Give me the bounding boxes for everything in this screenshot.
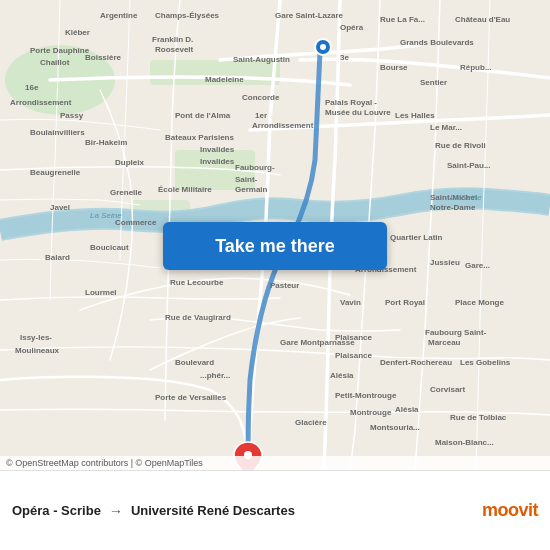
route-info: Opéra - Scribe → Université René Descart… bbox=[12, 503, 482, 519]
svg-text:Montsouria...: Montsouria... bbox=[370, 423, 420, 432]
svg-text:Saint-: Saint- bbox=[235, 175, 258, 184]
svg-text:Rue La Fa...: Rue La Fa... bbox=[380, 15, 425, 24]
svg-text:Arrondissement: Arrondissement bbox=[252, 121, 314, 130]
svg-text:Glacière: Glacière bbox=[295, 418, 327, 427]
svg-text:Jussieu: Jussieu bbox=[430, 258, 460, 267]
svg-text:Concorde: Concorde bbox=[242, 93, 280, 102]
svg-text:Franklin D.: Franklin D. bbox=[152, 35, 193, 44]
arrow-icon: → bbox=[109, 503, 123, 519]
svg-text:Bateaux Parisiens: Bateaux Parisiens bbox=[165, 133, 234, 142]
svg-text:Le Mar...: Le Mar... bbox=[430, 123, 462, 132]
svg-text:Chaillot: Chaillot bbox=[40, 58, 70, 67]
svg-text:Château d'Eau: Château d'Eau bbox=[455, 15, 510, 24]
svg-text:Pont de l'Alma: Pont de l'Alma bbox=[175, 111, 231, 120]
svg-text:Sentier: Sentier bbox=[420, 78, 447, 87]
svg-text:Gare Montparnasse: Gare Montparnasse bbox=[280, 338, 355, 347]
svg-text:Dupleix: Dupleix bbox=[115, 158, 144, 167]
svg-text:Beaugrenelle: Beaugrenelle bbox=[30, 168, 81, 177]
svg-text:Porte de Versailles: Porte de Versailles bbox=[155, 393, 227, 402]
svg-text:...phér...: ...phér... bbox=[200, 371, 230, 380]
svg-text:Denfert-Rochereau: Denfert-Rochereau bbox=[380, 358, 452, 367]
svg-text:Bourse: Bourse bbox=[380, 63, 408, 72]
svg-text:Madeleine: Madeleine bbox=[205, 75, 244, 84]
svg-text:Boissière: Boissière bbox=[85, 53, 122, 62]
svg-text:Rue de Rivoli: Rue de Rivoli bbox=[435, 141, 486, 150]
svg-text:Les Halles: Les Halles bbox=[395, 111, 435, 120]
route-from-label: Opéra - Scribe bbox=[12, 503, 101, 518]
svg-text:Alésia: Alésia bbox=[330, 371, 354, 380]
svg-text:Faubourg Saint-: Faubourg Saint- bbox=[425, 328, 487, 337]
bottom-bar: Opéra - Scribe → Université René Descart… bbox=[0, 470, 550, 550]
svg-text:16e: 16e bbox=[25, 83, 39, 92]
svg-text:Javel: Javel bbox=[50, 203, 70, 212]
svg-text:Marceau: Marceau bbox=[428, 338, 461, 347]
svg-text:La Seine: La Seine bbox=[450, 193, 482, 202]
svg-text:Port Royal: Port Royal bbox=[385, 298, 425, 307]
svg-text:Maison-Blanc...: Maison-Blanc... bbox=[435, 438, 494, 447]
svg-text:Germain: Germain bbox=[235, 185, 268, 194]
svg-text:Boucicaut: Boucicaut bbox=[90, 243, 129, 252]
svg-text:Roosevelt: Roosevelt bbox=[155, 45, 194, 54]
svg-text:1er: 1er bbox=[255, 111, 267, 120]
moovit-brand-text: moovit bbox=[482, 500, 538, 521]
svg-text:3e: 3e bbox=[340, 53, 349, 62]
svg-text:Moulineaux: Moulineaux bbox=[15, 346, 60, 355]
map-attribution: © OpenStreetMap contributors | © OpenMap… bbox=[0, 456, 550, 470]
svg-text:Grands Boulevards: Grands Boulevards bbox=[400, 38, 474, 47]
svg-text:Alésia: Alésia bbox=[395, 405, 419, 414]
svg-text:Argentine: Argentine bbox=[100, 11, 138, 20]
svg-text:Gare...: Gare... bbox=[465, 261, 490, 270]
svg-text:Place Monge: Place Monge bbox=[455, 298, 504, 307]
svg-text:Opéra: Opéra bbox=[340, 23, 364, 32]
svg-text:Quartier Latin: Quartier Latin bbox=[390, 233, 443, 242]
svg-text:Invalides: Invalides bbox=[200, 157, 235, 166]
svg-text:Champs-Élysées: Champs-Élysées bbox=[155, 11, 220, 20]
svg-text:Notre-Dame: Notre-Dame bbox=[430, 203, 476, 212]
svg-text:La Seine: La Seine bbox=[90, 211, 122, 220]
svg-text:Issy-les-: Issy-les- bbox=[20, 333, 52, 342]
svg-text:Rue de Tolbiac: Rue de Tolbiac bbox=[450, 413, 507, 422]
svg-text:Faubourg-: Faubourg- bbox=[235, 163, 275, 172]
svg-text:Les Gobelins: Les Gobelins bbox=[460, 358, 511, 367]
svg-text:Saint-Pau...: Saint-Pau... bbox=[447, 161, 491, 170]
svg-text:Lourmel: Lourmel bbox=[85, 288, 117, 297]
svg-text:Rue Lecourbe: Rue Lecourbe bbox=[170, 278, 224, 287]
svg-text:Bir-Hakeim: Bir-Hakeim bbox=[85, 138, 127, 147]
route-to-label: Université René Descartes bbox=[131, 503, 295, 518]
svg-text:Palais Royal -: Palais Royal - bbox=[325, 98, 377, 107]
svg-text:Boulainvilliers: Boulainvilliers bbox=[30, 128, 85, 137]
svg-text:Pasteur: Pasteur bbox=[270, 281, 299, 290]
svg-text:Petit-Montrouge: Petit-Montrouge bbox=[335, 391, 397, 400]
svg-text:Gare Saint-Lazare: Gare Saint-Lazare bbox=[275, 11, 344, 20]
svg-text:Kléber: Kléber bbox=[65, 28, 90, 37]
svg-text:Porte Dauphine: Porte Dauphine bbox=[30, 46, 90, 55]
svg-text:Balard: Balard bbox=[45, 253, 70, 262]
svg-text:Boulevard: Boulevard bbox=[175, 358, 214, 367]
svg-text:Plaisance: Plaisance bbox=[335, 351, 372, 360]
svg-text:Invalides: Invalides bbox=[200, 145, 235, 154]
svg-text:Saint-Augustin: Saint-Augustin bbox=[233, 55, 290, 64]
svg-text:Grenelle: Grenelle bbox=[110, 188, 143, 197]
svg-text:Vavin: Vavin bbox=[340, 298, 361, 307]
svg-text:Rue de Vaugirard: Rue de Vaugirard bbox=[165, 313, 231, 322]
origin-dot bbox=[320, 44, 326, 50]
svg-text:Passy: Passy bbox=[60, 111, 84, 120]
moovit-logo: moovit bbox=[482, 500, 538, 521]
svg-text:Arrondissement: Arrondissement bbox=[10, 98, 72, 107]
app: 16e Arrondissement Issy-les- Moulineaux … bbox=[0, 0, 550, 550]
svg-text:École Militaire: École Militaire bbox=[158, 185, 212, 194]
map-container: 16e Arrondissement Issy-les- Moulineaux … bbox=[0, 0, 550, 470]
svg-text:Montrouge: Montrouge bbox=[350, 408, 392, 417]
svg-text:Répub...: Répub... bbox=[460, 63, 492, 72]
svg-text:Musée du Louvre: Musée du Louvre bbox=[325, 108, 391, 117]
svg-text:Corvisart: Corvisart bbox=[430, 385, 465, 394]
take-me-there-button[interactable]: Take me there bbox=[163, 222, 387, 270]
